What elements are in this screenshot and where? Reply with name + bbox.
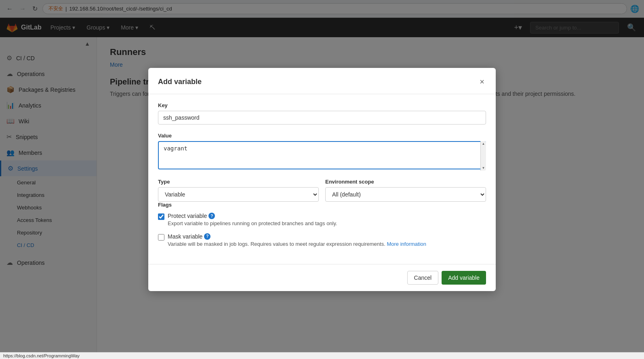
protect-variable-flag: Protect variable ? Export variable to pi… — [158, 213, 486, 227]
protect-variable-name: Protect variable ? — [168, 213, 486, 219]
key-input[interactable] — [158, 111, 486, 125]
add-variable-modal: Add variable × Key Value vagrant ▲ ▼ — [148, 68, 496, 291]
value-form-group: Value vagrant ▲ ▼ — [158, 133, 486, 171]
value-label: Value — [158, 133, 486, 139]
protect-variable-desc: Export variable to pipelines running on … — [168, 220, 486, 227]
env-scope-label: Environment scope — [325, 179, 486, 185]
mask-variable-flag: Mask variable ? Variable will be masked … — [158, 233, 486, 248]
cancel-button[interactable]: Cancel — [407, 271, 439, 285]
mask-variable-desc: Variable will be masked in job logs. Req… — [168, 241, 486, 248]
mask-variable-checkbox[interactable] — [158, 234, 164, 241]
modal-footer: Cancel Add variable — [148, 264, 496, 291]
textarea-wrapper: vagrant ▲ ▼ — [158, 141, 486, 171]
protect-variable-checkbox[interactable] — [158, 213, 164, 220]
modal-close-button[interactable]: × — [478, 76, 486, 87]
type-label: Type — [158, 179, 319, 185]
modal-overlay: Add variable × Key Value vagrant ▲ ▼ — [0, 0, 644, 359]
env-scope-col: Environment scope All (default) — [325, 179, 486, 202]
env-scope-select[interactable]: All (default) — [325, 187, 486, 202]
value-textarea[interactable]: vagrant — [158, 141, 486, 169]
key-label: Key — [158, 102, 486, 108]
mask-variable-info: Mask variable ? Variable will be masked … — [168, 233, 486, 248]
scrollbar-down-arrow: ▼ — [481, 165, 486, 171]
protect-variable-info: Protect variable ? Export variable to pi… — [168, 213, 486, 227]
modal-title: Add variable — [158, 78, 202, 86]
mask-variable-name: Mask variable ? — [168, 233, 486, 240]
type-env-row: Type Variable File Environment scope All… — [158, 179, 486, 202]
add-variable-button[interactable]: Add variable — [442, 271, 486, 285]
type-col: Type Variable File — [158, 179, 319, 202]
flags-label: Flags — [158, 202, 486, 208]
mask-variable-help-icon[interactable]: ? — [204, 233, 210, 240]
flags-section: Flags Protect variable ? Export variable… — [158, 202, 486, 247]
status-bar: https://blog.csdn.net/ProgrammingWay — [0, 352, 644, 359]
protect-variable-help-icon[interactable]: ? — [208, 213, 215, 219]
textarea-scrollbar: ▲ ▼ — [480, 141, 486, 171]
modal-body: Key Value vagrant ▲ ▼ Type — [148, 94, 496, 264]
modal-header: Add variable × — [148, 68, 496, 94]
key-form-group: Key — [158, 102, 486, 125]
more-info-link[interactable]: More information — [387, 241, 426, 247]
status-url: https://blog.csdn.net/ProgrammingWay — [3, 353, 80, 358]
scrollbar-up-arrow: ▲ — [481, 141, 486, 146]
type-select[interactable]: Variable File — [158, 187, 319, 202]
